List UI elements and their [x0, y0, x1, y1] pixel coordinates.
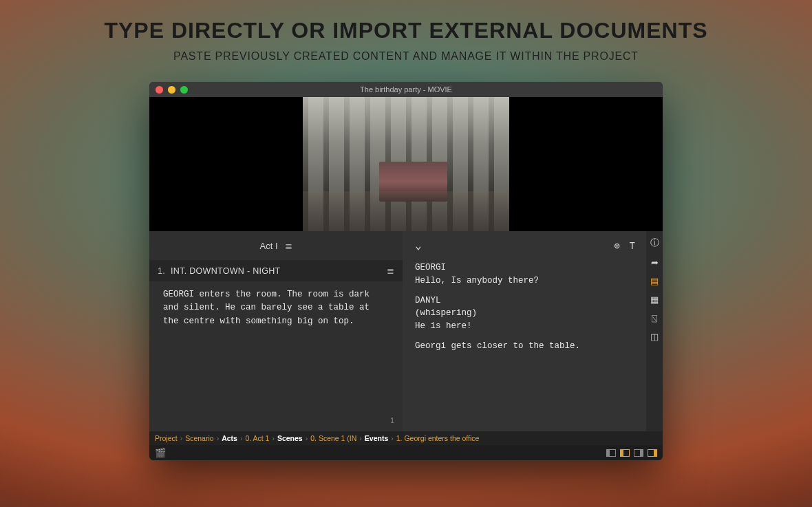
scene-heading-row[interactable]: 1. INT. DOWNTOWN - NIGHT ≣ — [149, 260, 403, 281]
breadcrumb-item[interactable]: Events — [365, 434, 388, 442]
script-char[interactable]: GEORGI — [415, 261, 635, 274]
list-icon[interactable]: ≣ — [285, 241, 292, 251]
scene-number: 1. — [158, 266, 165, 276]
layout-option-2[interactable] — [620, 449, 630, 457]
titlebar: The birthday party - MOVIE — [149, 82, 663, 97]
right-toolbar: ⓘ ➦ ▤ ▦ ⍂ ◫ — [646, 231, 663, 431]
script-paren[interactable]: (whispering) — [415, 307, 635, 320]
layout-switcher — [606, 449, 657, 457]
chevron-right-icon: › — [306, 434, 308, 442]
script-pane: ⌄ ⊕ T GEORGIHello, Is anybody there?DANY… — [403, 231, 663, 431]
script-dial[interactable]: He is here! — [415, 320, 635, 333]
close-icon[interactable] — [156, 86, 163, 94]
preview-image[interactable] — [303, 97, 509, 231]
breadcrumb-item[interactable]: 0. Act 1 — [245, 434, 269, 442]
list-icon[interactable]: ≣ — [387, 266, 394, 276]
act-label: Act I — [259, 241, 277, 251]
chevron-right-icon: › — [217, 434, 220, 442]
script-char[interactable]: DANYL — [415, 294, 635, 308]
chevron-down-icon[interactable]: ⌄ — [415, 238, 422, 255]
layout-option-3[interactable] — [634, 449, 643, 457]
promo-title: TYPE DIRECTLY OR IMPORT EXTERNAL DOCUMEN… — [104, 18, 707, 43]
share-icon[interactable]: ➦ — [651, 257, 659, 268]
statusbar: 🎬 — [149, 445, 663, 460]
script-editor[interactable]: ⌄ ⊕ T GEORGIHello, Is anybody there?DANY… — [403, 231, 646, 431]
layout-option-1[interactable] — [606, 449, 616, 457]
outline-pane: Act I ≣ 1. INT. DOWNTOWN - NIGHT ≣ GEORG… — [149, 231, 403, 431]
page-number: 1 — [390, 416, 394, 424]
chevron-right-icon: › — [272, 434, 275, 442]
split-icon[interactable]: ◫ — [650, 332, 659, 342]
image-icon[interactable]: ⍂ — [652, 313, 657, 323]
layout-option-4[interactable] — [648, 449, 657, 457]
chevron-right-icon: › — [391, 434, 394, 442]
clapper-icon[interactable]: 🎬 — [155, 448, 166, 458]
breadcrumb-item[interactable]: Acts — [222, 434, 237, 442]
breadcrumb: Project›Scenario›Acts›0. Act 1›Scenes›0.… — [149, 431, 663, 445]
breadcrumb-item[interactable]: Scenes — [277, 434, 303, 442]
window-title: The birthday party - MOVIE — [149, 85, 663, 94]
scenes-icon[interactable]: ▤ — [650, 276, 659, 286]
breadcrumb-item[interactable]: Project — [155, 434, 178, 442]
text-style-button[interactable]: T — [630, 239, 635, 254]
script-dial[interactable]: Hello, Is anybody there? — [415, 274, 635, 288]
scene-body[interactable]: GEORGI enters the room. The room is dark… — [149, 281, 403, 335]
breadcrumb-item[interactable]: 0. Scene 1 (IN — [310, 434, 356, 442]
breadcrumb-item[interactable]: 1. Georgi enters the office — [396, 434, 480, 442]
chevron-right-icon: › — [180, 434, 183, 442]
scene-heading: INT. DOWNTOWN - NIGHT — [171, 266, 281, 276]
workarea: Act I ≣ 1. INT. DOWNTOWN - NIGHT ≣ GEORG… — [149, 231, 663, 431]
zoom-icon[interactable] — [180, 86, 188, 94]
promo-subtitle: PASTE PREVIOUSLY CREATED CONTENT AND MAN… — [173, 50, 639, 63]
globe-icon[interactable]: ⊕ — [614, 239, 619, 254]
minimize-icon[interactable] — [168, 86, 175, 94]
info-icon[interactable]: ⓘ — [650, 237, 659, 249]
script-action[interactable]: Georgi gets closer to the table. — [415, 340, 635, 353]
breadcrumb-item[interactable]: Scenario — [185, 434, 213, 442]
preview-area — [149, 97, 663, 231]
chevron-right-icon: › — [240, 434, 243, 442]
doc-icon[interactable]: ▦ — [650, 294, 659, 305]
app-window: The birthday party - MOVIE Act I ≣ 1. IN… — [149, 82, 663, 460]
act-header[interactable]: Act I ≣ — [149, 231, 403, 260]
chevron-right-icon: › — [359, 434, 362, 442]
